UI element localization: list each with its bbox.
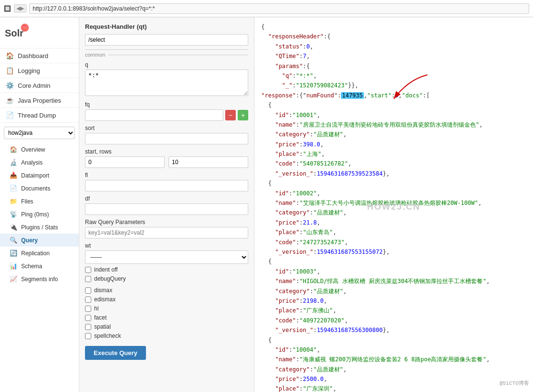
sidebar-item-dashboard[interactable]: 🏠 Dashboard bbox=[0, 48, 79, 63]
q-label: q bbox=[85, 61, 248, 68]
svg-point-2 bbox=[23, 24, 29, 30]
sidebar-sub-item-overview[interactable]: 🏠 Overview bbox=[0, 143, 79, 156]
facet-checkbox[interactable] bbox=[85, 315, 91, 321]
dismax-checkbox[interactable] bbox=[85, 287, 91, 294]
indent-checkbox-row: indent off bbox=[85, 266, 248, 273]
sidebar-item-thread-dump[interactable]: 📄 Thread Dump bbox=[0, 108, 79, 123]
logging-icon: 📋 bbox=[6, 67, 14, 74]
ping-icon: 📡 bbox=[10, 211, 17, 218]
sidebar-item-java-properties[interactable]: ☕ Java Properties bbox=[0, 93, 79, 108]
sidebar-sub-item-query[interactable]: 🔍 Query bbox=[0, 234, 79, 247]
fq-label: fq bbox=[85, 101, 248, 108]
browser-icon: 🔲 bbox=[4, 5, 11, 12]
fq-input[interactable] bbox=[85, 109, 223, 121]
indent-label: indent off bbox=[94, 266, 118, 273]
url-icon: ◀▶ bbox=[14, 4, 26, 12]
sidebar: Solr 🏠 Dashboard 📋 Logging ⚙️ Core Admin… bbox=[0, 17, 79, 392]
start-input[interactable] bbox=[85, 156, 165, 168]
spellcheck-label: spellcheck bbox=[94, 333, 121, 339]
sidebar-sub-item-plugins[interactable]: 🔌 Plugins / Stats bbox=[0, 221, 79, 234]
sidebar-item-label: Thread Dump bbox=[18, 112, 56, 119]
df-label: df bbox=[85, 195, 248, 202]
debug-checkbox[interactable] bbox=[85, 276, 91, 282]
dismax-label: dismax bbox=[94, 287, 112, 294]
query-icon: 🔍 bbox=[10, 237, 17, 244]
core-selector[interactable]: how2java bbox=[4, 127, 75, 139]
url-bar[interactable] bbox=[29, 3, 529, 14]
wt-label: wt bbox=[85, 242, 248, 249]
spellcheck-checkbox[interactable] bbox=[85, 333, 91, 339]
wt-select[interactable]: ------ json xml bbox=[85, 250, 248, 264]
query-form: Request-Handler (qt) common q *:* fq − +… bbox=[79, 17, 254, 392]
analysis-icon: 🔬 bbox=[10, 159, 17, 166]
thread-dump-icon: 📄 bbox=[6, 111, 14, 119]
edismax-checkbox[interactable] bbox=[85, 297, 91, 303]
q-input[interactable]: *:* bbox=[85, 70, 248, 96]
sort-input[interactable] bbox=[85, 133, 248, 144]
raw-params-label: Raw Query Parameters bbox=[85, 219, 248, 226]
schema-icon: 📊 bbox=[10, 262, 17, 270]
core-admin-icon: ⚙️ bbox=[6, 82, 14, 89]
json-output-panel: { "responseHeader":{ "status":0, "QTime"… bbox=[254, 17, 533, 392]
fl-label: fl bbox=[85, 172, 248, 178]
panel-title: Request-Handler (qt) bbox=[85, 23, 248, 30]
hl-checkbox[interactable] bbox=[85, 306, 91, 312]
corner-note: @51CTO博客 bbox=[499, 379, 529, 388]
spatial-checkbox[interactable] bbox=[85, 324, 91, 330]
overview-icon: 🏠 bbox=[10, 146, 17, 153]
execute-query-button[interactable]: Execute Query bbox=[85, 346, 146, 360]
json-content: { "responseHeader":{ "status":0, "QTime"… bbox=[261, 22, 526, 392]
df-input[interactable] bbox=[85, 203, 248, 215]
handler-input[interactable] bbox=[85, 34, 248, 46]
start-rows-label: start, rows bbox=[85, 148, 248, 155]
section-common: common bbox=[85, 49, 248, 58]
dataimport-icon: 📥 bbox=[10, 172, 17, 179]
sidebar-sub-item-analysis[interactable]: 🔬 Analysis bbox=[0, 156, 79, 169]
hl-label: hl bbox=[94, 305, 98, 312]
sidebar-sub-item-ping[interactable]: 📡 Ping (0ms) bbox=[0, 208, 79, 221]
sidebar-item-label: Java Properties bbox=[18, 97, 61, 104]
dashboard-icon: 🏠 bbox=[6, 52, 14, 59]
logo-area: Solr bbox=[0, 17, 79, 48]
replication-icon: 🔄 bbox=[10, 249, 17, 257]
sidebar-item-core-admin[interactable]: ⚙️ Core Admin bbox=[0, 78, 79, 93]
sidebar-sub-item-documents[interactable]: 📄 Documents bbox=[0, 182, 79, 195]
raw-params-input[interactable] bbox=[85, 227, 248, 238]
plugins-icon: 🔌 bbox=[10, 224, 17, 231]
fl-input[interactable] bbox=[85, 180, 248, 191]
facet-label: facet bbox=[94, 314, 107, 321]
sidebar-sub-item-segments[interactable]: 📈 Segments info bbox=[0, 273, 79, 285]
indent-checkbox[interactable] bbox=[85, 267, 91, 273]
svg-text:Solr: Solr bbox=[5, 28, 24, 38]
fq-minus-button[interactable]: − bbox=[225, 110, 236, 120]
segments-icon: 📈 bbox=[10, 275, 17, 283]
sidebar-item-label: Core Admin bbox=[18, 82, 50, 89]
fq-plus-button[interactable]: + bbox=[238, 110, 248, 120]
debug-label: debugQuery bbox=[94, 275, 126, 282]
edismax-label: edismax bbox=[94, 296, 116, 303]
rows-input[interactable] bbox=[169, 156, 248, 168]
extra-checkboxes: dismax edismax hl facet spatial spellche… bbox=[85, 287, 248, 339]
sidebar-sub-item-schema[interactable]: 📊 Schema bbox=[0, 260, 79, 273]
sidebar-sub-item-files[interactable]: 📁 Files bbox=[0, 195, 79, 208]
documents-icon: 📄 bbox=[10, 185, 17, 192]
spatial-label: spatial bbox=[94, 323, 111, 330]
start-rows-row bbox=[85, 156, 248, 168]
sort-label: sort bbox=[85, 125, 248, 131]
sidebar-sub-item-replication[interactable]: 🔄 Replication bbox=[0, 247, 79, 260]
debug-checkbox-row: debugQuery bbox=[85, 275, 248, 282]
sidebar-item-label: Dashboard bbox=[18, 52, 48, 59]
sidebar-sub-item-dataimport[interactable]: 📥 Dataimport bbox=[0, 169, 79, 182]
files-icon: 📁 bbox=[10, 198, 17, 205]
sidebar-item-logging[interactable]: 📋 Logging bbox=[0, 63, 79, 78]
fq-row: − + bbox=[85, 109, 248, 121]
java-icon: ☕ bbox=[6, 96, 14, 104]
sidebar-item-label: Logging bbox=[18, 67, 40, 74]
solr-logo: Solr bbox=[5, 23, 29, 42]
